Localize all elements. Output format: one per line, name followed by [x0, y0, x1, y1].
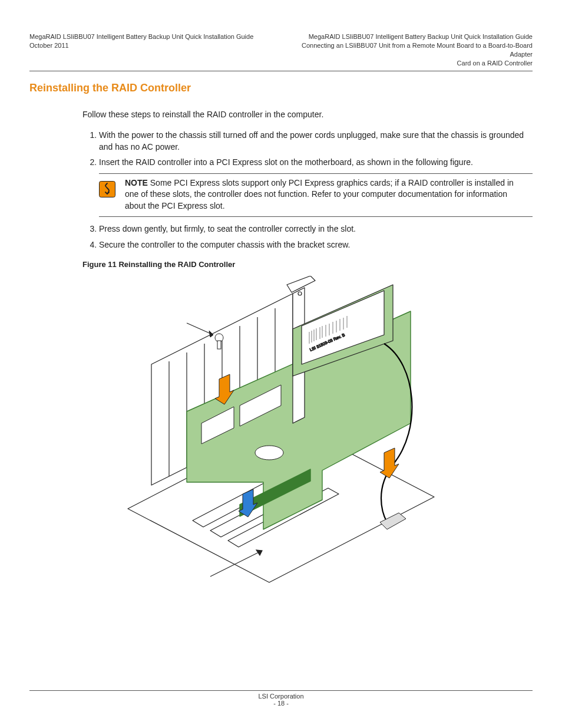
footer-company: LSI Corporation: [29, 693, 533, 700]
step-2: Insert the RAID controller into a PCI Ex…: [99, 156, 529, 168]
note-text: NOTE Some PCI Express slots support only…: [125, 177, 529, 212]
chapter-title-1: Connecting an LSIiBBU07 Unit from a Remo…: [285, 41, 533, 59]
doc-title: MegaRAID LSIiBBU07 Intelligent Battery B…: [29, 32, 253, 41]
doc-date: October 2011: [29, 41, 253, 50]
steps-list: With the power to the chassis still turn…: [82, 129, 533, 169]
section-heading: Reinstalling the RAID Controller: [29, 82, 533, 94]
page-footer: LSI Corporation - 18 -: [29, 690, 533, 707]
figure-11: LSI 31503-03 Rev. B: [29, 276, 533, 588]
header-left: MegaRAID LSIiBBU07 Intelligent Battery B…: [29, 32, 253, 67]
document-page: MegaRAID LSIiBBU07 Intelligent Battery B…: [0, 0, 562, 728]
chapter-title-2: Card on a RAID Controller: [285, 59, 533, 68]
svg-rect-24: [217, 341, 221, 349]
seat-arrow-icon: [380, 448, 399, 478]
note-label: NOTE: [125, 178, 148, 187]
running-header: MegaRAID LSIiBBU07 Intelligent Battery B…: [29, 32, 533, 67]
note-icon: [99, 181, 115, 197]
header-rule: [29, 71, 533, 71]
svg-point-17: [255, 446, 283, 460]
svg-point-20: [298, 292, 302, 295]
svg-marker-42: [380, 448, 399, 478]
footer-page-number: - 18 -: [29, 700, 533, 707]
note-body: Some PCI Express slots support only PCI …: [125, 178, 514, 210]
steps-list-cont: Press down gently, but firmly, to seat t…: [82, 223, 533, 251]
header-right: MegaRAID LSIiBBU07 Intelligent Battery B…: [285, 32, 533, 67]
footer-rule: [29, 690, 533, 691]
step-1: With the power to the chassis still turn…: [99, 129, 529, 153]
figure-caption: Figure 11 Reinstalling the RAID Controll…: [82, 260, 533, 269]
step-3: Press down gently, but firmly, to seat t…: [99, 223, 529, 235]
note-callout: NOTE Some PCI Express slots support only…: [99, 173, 533, 218]
step-4: Secure the controller to the computer ch…: [99, 239, 529, 251]
doc-title-right: MegaRAID LSIiBBU07 Intelligent Battery B…: [285, 32, 533, 41]
intro-paragraph: Follow these steps to reinstall the RAID…: [82, 108, 529, 120]
